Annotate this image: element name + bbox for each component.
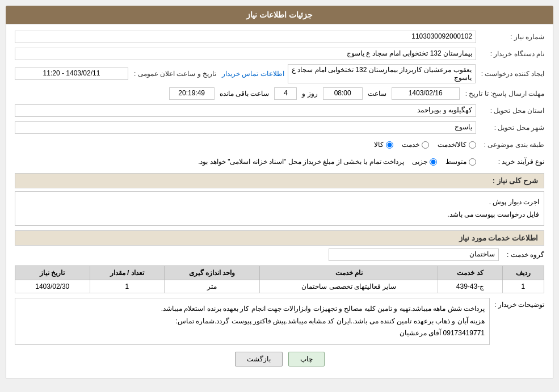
- table-row: 1ج-43-439سایر فعالیتهای تخصصی ساختمانمتر…: [15, 280, 544, 293]
- buyer-name-row: نام دستگاه خریدار : بیمارستان 132 تختخوا…: [15, 47, 544, 61]
- need-desc-line1: اجرت دیوار پوش .: [20, 196, 539, 209]
- category-goods-item: کالا: [374, 141, 393, 149]
- buyer-notes-line2: هزینه آبان و ذهاب برعهده تامین کننده می …: [20, 315, 485, 328]
- creator-value: یعقوب مرعشیان کاربرداز بیمارستان 132 تخت…: [288, 64, 476, 83]
- purchase-type-desc: پرداخت تمام یا بخشی از مبلغ خریداز محل "…: [196, 157, 406, 167]
- services-table: ردیف کد خدمت نام خدمت واحد اندازه گیری ت…: [15, 265, 544, 293]
- send-date-value: 1403/02/16: [392, 87, 460, 100]
- send-date-label: مهلت ارسال پاسخ: تا تاریخ :: [460, 90, 544, 98]
- table-cell: سایر فعالیتهای تخصصی ساختمان: [260, 280, 438, 293]
- creator-label: ایجاد کننده درخواست :: [476, 70, 544, 78]
- need-desc-section-header: شرح کلی نیاز :: [15, 173, 544, 188]
- need-number-label: شماره نیاز :: [476, 33, 544, 41]
- service-group-value: ساختمان: [329, 248, 499, 261]
- purchase-type-label: نوع فرآیند خرید :: [476, 158, 544, 166]
- table-cell: متر: [164, 280, 259, 293]
- service-group-label: گروه خدمت :: [499, 251, 544, 259]
- print-button[interactable]: چاپ: [288, 352, 325, 366]
- col-row-num: ردیف: [502, 266, 544, 280]
- province-label: استان محل تحویل :: [476, 107, 544, 115]
- col-date: تاریخ نیاز: [15, 266, 90, 280]
- send-day-value: 4: [274, 87, 297, 100]
- purchase-partial-radio[interactable]: [430, 158, 437, 166]
- table-cell: 1403/02/30: [15, 280, 90, 293]
- buyer-name-label: نام دستگاه خریدار :: [476, 50, 544, 58]
- table-cell: 1: [502, 280, 544, 293]
- buyer-notes-line1: پرداخت شش ماهه میباشد.تهیه و تامین کلیه …: [20, 303, 485, 315]
- category-goods-label: کالا: [374, 141, 384, 149]
- creator-row: ایجاد کننده درخواست : یعقوب مرعشیان کارب…: [15, 64, 544, 83]
- contact-link[interactable]: اطلاعات تماس خریدار: [222, 70, 284, 78]
- purchase-medium-label: متوسط: [445, 158, 466, 166]
- col-unit: واحد اندازه گیری: [164, 266, 259, 280]
- need-desc-box: اجرت دیوار پوش . فایل درخواست پیوست می ب…: [15, 191, 544, 226]
- purchase-partial-item: جزیی: [412, 158, 437, 166]
- purchase-type-row: نوع فرآیند خرید : متوسط جزیی پرداخت تمام…: [15, 155, 544, 168]
- category-row: طبقه بندی موضوعی : کالا/خدمت خدمت کالا: [15, 138, 544, 151]
- send-day-label: روز و: [302, 90, 317, 98]
- category-options: کالا/خدمت خدمت کالا: [374, 141, 476, 149]
- remaining-value: 20:19:49: [169, 87, 215, 100]
- purchase-type-options: متوسط جزیی: [412, 158, 476, 166]
- back-button[interactable]: بازگشت: [235, 352, 283, 366]
- buyer-notes-line3: 09173419771 آقای مرعشیان: [20, 327, 485, 340]
- table-cell: 1: [90, 280, 164, 293]
- need-number-value: 1103030092000102: [15, 31, 476, 43]
- category-goods-service-item: کالا/خدمت: [438, 141, 476, 149]
- table-cell: ج-43-439: [438, 280, 502, 293]
- category-service-item: خدمت: [402, 141, 429, 149]
- city-row: شهر محل تحویل : یاسوج: [15, 121, 544, 134]
- purchase-partial-label: جزیی: [412, 158, 427, 166]
- announce-date-value: 1403/02/11 - 11:20: [15, 68, 128, 80]
- service-info-header: اطلاعات خدمات مورد نیاز: [15, 230, 544, 246]
- announce-date-label: تاریخ و ساعت اعلان عمومی :: [128, 70, 216, 78]
- service-info-label: اطلاعات خدمات مورد نیاز: [459, 234, 538, 242]
- col-service-code: کد خدمت: [438, 266, 502, 280]
- purchase-medium-item: متوسط: [445, 158, 476, 166]
- send-date-row: مهلت ارسال پاسخ: تا تاریخ : 1403/02/16 س…: [15, 87, 544, 100]
- category-goods-service-radio[interactable]: [469, 141, 476, 149]
- services-table-container: ردیف کد خدمت نام خدمت واحد اندازه گیری ت…: [15, 265, 544, 293]
- send-time-value: 08:00: [323, 87, 363, 100]
- city-value: یاسوج: [15, 121, 476, 134]
- page-header: جزئیات اطلاعات نیاز: [6, 6, 553, 24]
- col-qty: تعداد / مقدار: [90, 266, 164, 280]
- buyer-notes-row: توضیحات خریدار : پرداخت شش ماهه میباشد.ت…: [15, 298, 544, 345]
- send-time-label: ساعت: [368, 90, 386, 98]
- service-group-row: گروه خدمت : ساختمان: [15, 248, 544, 261]
- need-desc-line2: فایل درخواست پیوست می باشد.: [20, 209, 539, 221]
- province-row: استان محل تحویل : کهگیلویه و بویراحمد: [15, 104, 544, 117]
- city-label: شهر محل تحویل :: [476, 124, 544, 132]
- category-label: طبقه بندی موضوعی :: [476, 141, 544, 149]
- need-number-row: شماره نیاز : 1103030092000102: [15, 30, 544, 44]
- page-title: جزئیات اطلاعات نیاز: [246, 10, 313, 19]
- category-service-label: خدمت: [402, 141, 419, 149]
- category-goods-radio[interactable]: [386, 141, 393, 149]
- category-goods-service-label: کالا/خدمت: [438, 141, 466, 149]
- category-service-radio[interactable]: [422, 141, 429, 149]
- col-service-name: نام خدمت: [260, 266, 438, 280]
- remaining-label: ساعت باقی مانده: [220, 90, 270, 98]
- purchase-medium-radio[interactable]: [469, 158, 476, 166]
- buyer-notes-box: پرداخت شش ماهه میباشد.تهیه و تامین کلیه …: [15, 298, 490, 345]
- action-buttons: چاپ بازگشت: [15, 352, 544, 372]
- buyer-name-value: بیمارستان 132 تختخوابی امام سجاد ع یاسوج: [15, 48, 476, 60]
- province-value: کهگیلویه و بویراحمد: [15, 104, 476, 117]
- need-desc-label: شرح کلی نیاز :: [493, 176, 538, 185]
- buyer-notes-label: توضیحات خریدار :: [490, 298, 544, 309]
